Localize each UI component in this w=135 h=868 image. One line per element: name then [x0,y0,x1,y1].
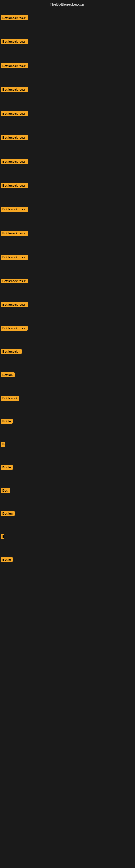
bottleneck-badge-14[interactable]: Bottleneck r [1,349,21,354]
badge-row-22: B [1,534,4,540]
badge-row-9: Bottleneck result [1,231,28,237]
badge-row-4: Bottleneck result [1,111,28,117]
site-title: TheBottlenecker.com [0,0,135,8]
badge-row-8: Bottleneck result [1,207,28,213]
badge-row-2: Bottleneck result [1,63,28,69]
badge-row-20: Bott [1,488,10,494]
bottleneck-badge-5[interactable]: Bottleneck result [1,135,28,140]
bottleneck-badge-4[interactable]: Bottleneck result [1,111,28,116]
bottleneck-badge-1[interactable]: Bottleneck result [1,39,28,44]
badge-row-6: Bottleneck result [1,159,28,165]
bottleneck-badge-13[interactable]: Bottleneck resul [1,326,28,331]
badge-row-10: Bottleneck result [1,255,28,261]
bottleneck-badge-3[interactable]: Bottleneck result [1,87,28,92]
bottleneck-badge-16[interactable]: Bottleneck [1,396,19,401]
bottleneck-badge-19[interactable]: Bottle [1,465,13,470]
badge-row-19: Bottle [1,465,13,471]
badge-row-7: Bottleneck result [1,183,28,189]
bottleneck-badge-10[interactable]: Bottleneck result [1,255,28,259]
badge-row-1: Bottleneck result [1,39,28,45]
badge-row-18: B [1,442,5,448]
bottleneck-badge-9[interactable]: Bottleneck result [1,231,28,236]
bottleneck-badge-11[interactable]: Bottleneck result [1,279,28,283]
badge-row-13: Bottleneck resul [1,326,28,332]
bottleneck-badge-8[interactable]: Bottleneck result [1,207,28,212]
bottleneck-badge-23[interactable]: Bottle [1,557,13,562]
bottleneck-badge-18[interactable]: B [1,442,5,447]
bottleneck-badge-2[interactable]: Bottleneck result [1,63,28,68]
badge-row-0: Bottleneck result [1,16,28,22]
badge-row-15: Bottlen [1,372,14,378]
badge-row-23: Bottle [1,557,13,563]
badge-row-3: Bottleneck result [1,87,28,93]
page-container: TheBottlenecker.com Bottleneck resultBot… [0,0,135,868]
bottleneck-badge-21[interactable]: Bottlen [1,511,14,516]
bottleneck-badge-7[interactable]: Bottleneck result [1,183,28,188]
bottleneck-badge-15[interactable]: Bottlen [1,372,14,377]
badge-row-12: Bottleneck result [1,302,28,308]
bottleneck-badge-12[interactable]: Bottleneck result [1,302,28,307]
badge-row-5: Bottleneck result [1,135,28,141]
badge-row-17: Bottle [1,419,13,425]
bottleneck-badge-6[interactable]: Bottleneck result [1,159,28,164]
bottleneck-badge-17[interactable]: Bottle [1,419,13,424]
badge-row-11: Bottleneck result [1,279,28,284]
bottleneck-badge-20[interactable]: Bott [1,488,10,493]
badge-row-14: Bottleneck r [1,349,21,355]
bottleneck-badge-0[interactable]: Bottleneck result [1,16,28,20]
badge-row-16: Bottleneck [1,396,19,402]
badge-row-21: Bottlen [1,511,14,517]
bottleneck-badge-22[interactable]: B [1,534,4,539]
